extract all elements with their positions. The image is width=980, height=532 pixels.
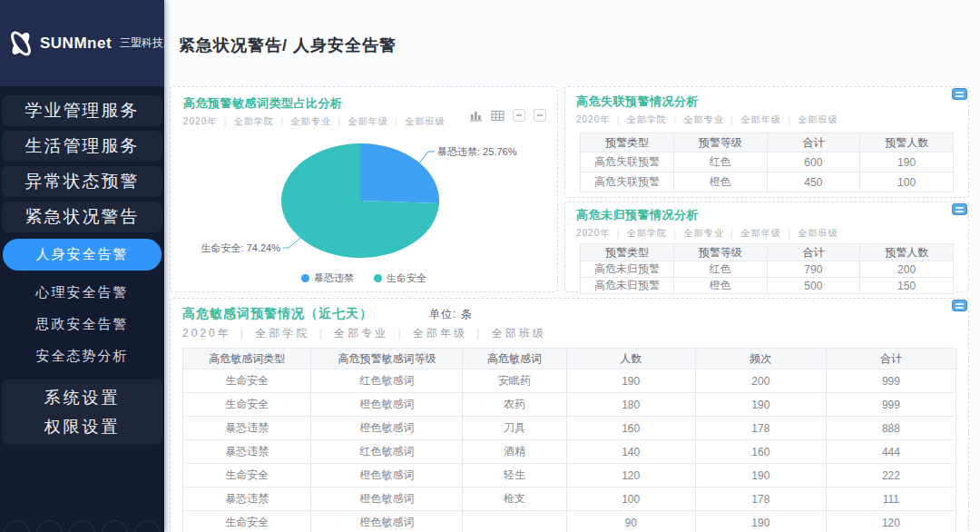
panel-menu-icon[interactable] [952, 88, 967, 100]
filter-item[interactable]: 全部学院 [627, 228, 667, 238]
sidebar-item-abnormal-warning[interactable]: 异常状态预警 [2, 166, 162, 197]
legend-dot-teal [374, 274, 382, 282]
table-cell: 888 [826, 417, 956, 440]
filter-separator: ｜ [785, 228, 795, 238]
logo-text: SUNMnet [40, 34, 112, 53]
table-cell: 999 [826, 369, 956, 393]
filter-separator: ｜ [728, 228, 738, 238]
filter-item[interactable]: 2020年 [576, 114, 610, 124]
table-cell: 橙色敏感词 [311, 464, 463, 488]
filter-item[interactable]: 全部班级 [492, 327, 546, 340]
sidebar-item-psychological-safety[interactable]: 心理安全告警 [0, 277, 164, 309]
table-cell: 160 [695, 440, 826, 464]
sidebar-item-emergency-warning[interactable]: 紧急状况警告 [2, 202, 162, 232]
column-header: 频次 [695, 349, 826, 369]
table-header-row: 预警类型预警等级合计预警人数 [581, 244, 954, 261]
filter-separator: ｜ [394, 327, 407, 340]
table-cell: 444 [826, 440, 956, 464]
pie-label-terror: 暴恐违禁: 25.76% [437, 146, 517, 157]
table-row: 高危失联预警橙色450100 [581, 172, 954, 192]
sidebar-nav: 学业管理服务 生活管理服务 异常状态预警 紧急状况警告 人身安全告警 心理安全告… [0, 86, 164, 445]
filter-item[interactable]: 全部年级 [741, 228, 781, 238]
panel-missing-contact-warning: 高危失联预警情况分析 2020年｜全部学院｜全部专业｜全部年级｜全部班级 预警类… [564, 86, 969, 198]
sidebar-item-life-services[interactable]: 生活管理服务 [2, 131, 162, 162]
panel-keyword-warning-7days: 高危敏感词预警情况（近七天） 单位: 条 2020年｜全部学院｜全部专业｜全部年… [170, 298, 969, 532]
table-cell: 120 [566, 464, 695, 488]
column-header: 预警类型 [581, 244, 674, 261]
table-cell: 100 [566, 488, 695, 511]
filter-separator: ｜ [671, 228, 681, 238]
filter-item[interactable]: 全部学院 [627, 114, 667, 124]
org-name: 三盟科技大学 [120, 35, 164, 51]
table-cell: 90 [566, 511, 695, 532]
table-cell: 生命安全 [183, 511, 311, 532]
sidebar: SUNMnet 三盟科技大学 学业管理服务 生活管理服务 异常状态预警 紧急状况… [0, 0, 164, 532]
table-cell: 农药 [463, 393, 566, 417]
table-cell: 190 [566, 369, 695, 393]
table-cell: 酒精 [463, 440, 566, 464]
table-cell: 红色敏感词 [311, 369, 463, 393]
sidebar-item-permission-settings[interactable]: 权限设置 [2, 412, 162, 441]
filter-item[interactable]: 全部专业 [334, 327, 388, 340]
filter-item[interactable]: 全部专业 [684, 114, 724, 124]
table-cell: 安眠药 [463, 369, 566, 393]
filter-separator: ｜ [315, 327, 328, 340]
filter-item[interactable]: 2020年 [576, 228, 610, 238]
filter-item[interactable]: 全部班级 [798, 114, 838, 124]
table-cell: 100 [860, 172, 954, 192]
filter-item[interactable]: 全部年级 [413, 327, 467, 340]
filter-separator: ｜ [728, 114, 738, 124]
chart-legend: 暴恐违禁 生命安全 [171, 271, 557, 285]
table-cell: 160 [566, 417, 695, 440]
table-cell: 红色 [673, 261, 767, 278]
table-cell [463, 511, 566, 532]
column-header: 预警人数 [860, 133, 954, 153]
table-row: 生命安全橙色敏感词农药180190999 [183, 393, 956, 417]
table-row: 生命安全橙色敏感词90190120 [183, 511, 956, 532]
table-header-row: 预警类型预警等级合计预警人数 [581, 133, 954, 153]
panel-title: 高危敏感词预警情况（近七天） [182, 306, 373, 322]
decorative-circles [4, 520, 164, 532]
panel-menu-icon[interactable] [952, 203, 967, 215]
filter-item[interactable]: 全部班级 [798, 228, 838, 238]
sidebar-item-personal-safety-active[interactable]: 人身安全告警 [3, 239, 162, 271]
legend-dot-blue [301, 274, 309, 282]
table-cell: 高危失联预警 [581, 153, 674, 172]
filter-bar: 2020年｜全部学院｜全部专业｜全部年级｜全部班级 [576, 227, 957, 240]
unit-label: 单位: 条 [429, 307, 473, 322]
table-row: 生命安全橙色敏感词轻生120190222 [183, 464, 956, 488]
filter-item[interactable]: 全部年级 [741, 114, 781, 124]
sidebar-item-academic-services[interactable]: 学业管理服务 [2, 95, 162, 126]
filter-item[interactable]: 2020年 [182, 327, 231, 340]
logo-bar: SUNMnet 三盟科技大学 [0, 0, 164, 86]
table-cell: 轻生 [463, 464, 566, 488]
sidebar-item-ideological-safety[interactable]: 思政安全告警 [0, 309, 164, 340]
table-cell: 200 [695, 369, 826, 393]
column-header: 合计 [826, 349, 956, 369]
sidebar-item-security-situation[interactable]: 安全态势分析 [0, 340, 164, 372]
filter-bar: 2020年｜全部学院｜全部专业｜全部年级｜全部班级 [576, 113, 957, 126]
panel-sensitive-word-type-ratio: 高危预警敏感词类型占比分析 2020年｜全部学院｜全部专业｜全部年级｜全部班级 [170, 86, 558, 292]
panel-menu-icon[interactable] [952, 300, 967, 311]
filter-item[interactable]: 全部专业 [684, 228, 724, 238]
table-row: 高危未归预警红色790200 [581, 261, 954, 278]
table-cell: 暴恐违禁 [183, 488, 311, 511]
filter-bar: 2020年｜全部学院｜全部专业｜全部年级｜全部班级 [182, 326, 956, 341]
table-cell: 枪支 [463, 488, 566, 511]
table-row: 生命安全红色敏感词安眠药190200999 [183, 369, 956, 393]
sidebar-item-system-settings[interactable]: 系统设置 [2, 383, 162, 412]
panel-not-returned-warning: 高危未归预警情况分析 2020年｜全部学院｜全部专业｜全部年级｜全部班级 预警类… [564, 202, 969, 292]
panel-title: 高危失联预警情况分析 [576, 94, 957, 110]
table-row: 高危失联预警红色600190 [581, 153, 954, 172]
not-returned-table: 预警类型预警等级合计预警人数 高危未归预警红色790200高危未归预警橙色500… [580, 243, 954, 294]
table-cell: 999 [826, 393, 956, 417]
filter-item[interactable]: 全部学院 [255, 327, 309, 340]
table-cell: 190 [860, 153, 954, 172]
table-cell: 橙色敏感词 [311, 511, 463, 532]
table-cell: 190 [695, 511, 826, 532]
column-header: 人数 [566, 349, 695, 369]
table-cell: 橙色 [673, 278, 767, 294]
legend-item-life[interactable]: 生命安全 [374, 271, 426, 285]
legend-item-terror[interactable]: 暴恐违禁 [301, 271, 354, 285]
table-row: 高危未归预警橙色500150 [581, 278, 954, 294]
